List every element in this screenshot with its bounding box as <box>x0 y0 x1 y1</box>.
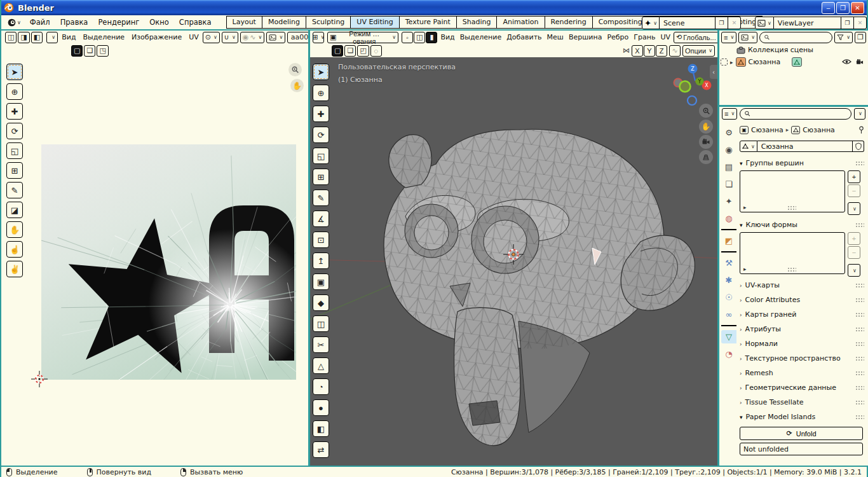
mode-dropdown[interactable]: ▣ Режим …ования ∨ <box>327 32 398 43</box>
menu-item[interactable]: Рендеринг <box>98 18 139 27</box>
pin-icon[interactable] <box>858 126 864 134</box>
scene-name-field[interactable]: Scene <box>660 17 715 29</box>
uv-menu-item[interactable]: Вид <box>62 33 76 41</box>
uv-select-vertex[interactable]: ▢ <box>71 45 83 57</box>
viewport-zoom-button[interactable] <box>699 104 713 118</box>
properties-options-dropdown[interactable]: ∨ <box>854 108 865 120</box>
panel-grip[interactable] <box>855 161 864 165</box>
collapsed-panel[interactable]: › Remesh <box>738 366 865 380</box>
uv-tool-pinch[interactable]: ✌ <box>6 261 23 277</box>
panel-grip[interactable] <box>855 283 864 287</box>
unfold-button[interactable]: ⟳ Unfold <box>740 427 863 440</box>
collapsed-panel[interactable]: › Карты граней <box>738 307 865 322</box>
uv-tool-annotate[interactable]: ✎ <box>6 182 23 198</box>
tab-constraints[interactable]: ∞ <box>721 308 736 321</box>
panel-grip[interactable] <box>855 356 864 361</box>
panel-grip[interactable] <box>855 223 864 227</box>
tab-data[interactable]: ▽ <box>721 330 736 343</box>
uv-tool-cursor-2d[interactable]: ⊕ <box>6 83 23 100</box>
mode-face[interactable]: ▮ <box>426 32 437 43</box>
vertex-group-remove-button[interactable]: − <box>848 184 860 197</box>
collapsed-panel[interactable]: › Нормали <box>738 336 865 351</box>
viewport-camera-button[interactable] <box>699 135 713 149</box>
viewport-pan-button[interactable]: ✋ <box>699 120 713 134</box>
uv-tool-move[interactable]: ✚ <box>6 103 23 120</box>
menu-item[interactable]: Справка <box>179 18 212 27</box>
panel-grip[interactable] <box>855 327 864 331</box>
vp-tool-spin[interactable]: ◔ <box>313 378 329 395</box>
vp-tool-smooth[interactable]: ● <box>313 399 329 416</box>
uv-menu-item[interactable]: Изображение <box>132 33 182 41</box>
image-browse-dropdown[interactable]: ∨ <box>266 32 285 43</box>
select-lasso[interactable]: ◰ <box>357 45 369 57</box>
tab-object[interactable]: ◩ <box>721 234 736 247</box>
viewport-menu-item[interactable]: Вид <box>440 33 454 41</box>
fake-user-shield-button[interactable] <box>853 141 864 152</box>
viewport-menu-item[interactable]: UV <box>660 33 670 41</box>
viewport-menu-item[interactable]: Ребро <box>607 33 628 41</box>
tab-output[interactable]: ▤ <box>721 160 736 174</box>
menu-item[interactable]: Правка <box>60 18 88 27</box>
sidebar-toggle[interactable]: ‹ <box>710 65 717 79</box>
vp-tool-measure[interactable]: ∡ <box>313 211 329 227</box>
panel-grip[interactable] <box>855 415 864 419</box>
menu-item[interactable]: Окно <box>149 18 169 27</box>
panel-grip[interactable] <box>855 342 864 346</box>
vp-tool-loop-cut[interactable]: ◫ <box>313 315 329 332</box>
collapsed-panel[interactable]: › Текстурное пространство <box>738 351 865 366</box>
uv-menu-item[interactable]: UV <box>189 33 199 41</box>
tab-modifiers[interactable]: ⚒ <box>721 256 736 270</box>
vertex-groups-list[interactable]: ▸ <box>740 170 845 212</box>
vp-tool-knife[interactable]: ✂ <box>313 336 329 353</box>
tab-material[interactable]: ◔ <box>721 347 736 361</box>
uv-tool-rotate[interactable]: ⟳ <box>6 123 23 139</box>
mirror-y-button[interactable]: Y <box>644 45 655 57</box>
workspace-tab[interactable]: Layout <box>226 16 262 29</box>
breadcrumb-data-label[interactable]: Сюзанна <box>803 126 835 134</box>
uv-tool-grab[interactable]: ✋ <box>6 221 23 238</box>
uv-snap-dropdown[interactable]: ∪∨ <box>222 32 238 43</box>
scene-unlink-button[interactable]: ✕ <box>728 17 741 29</box>
workspace-tab[interactable]: UV Editing <box>350 16 399 29</box>
scene-copy-button[interactable]: ❐ <box>715 17 728 29</box>
viewport-menu-item[interactable]: Выделение <box>460 33 502 41</box>
disable-render-icon[interactable] <box>855 59 864 66</box>
workspace-tab[interactable]: Compositing <box>592 16 649 29</box>
workspace-tab[interactable]: Rendering <box>545 16 593 29</box>
menu-item[interactable]: Файл <box>30 18 50 27</box>
area-option-1[interactable]: ◫ <box>5 32 17 43</box>
vp-tool-extrude-region[interactable]: ↥ <box>313 252 329 269</box>
window-restore-button[interactable]: ❐ <box>836 2 850 14</box>
options-dropdown[interactable]: Опции∨ <box>682 45 715 57</box>
object-row[interactable]: ▸ Сюзанна <box>719 56 868 68</box>
tab-scene[interactable]: ✦ <box>721 195 736 208</box>
view-layer-type-dropdown[interactable]: ∨ <box>755 17 774 29</box>
area-splitter-left[interactable] <box>308 31 310 466</box>
workspace-tab[interactable]: Modeling <box>262 16 306 29</box>
uv-tool-scale[interactable]: ◱ <box>6 142 23 159</box>
viewport-menu-item[interactable]: Грань <box>634 33 655 41</box>
view-layer-remove-button[interactable]: ✕ <box>854 17 867 29</box>
panel-grip[interactable] <box>855 400 864 404</box>
vp-tool-shear[interactable]: ⇄ <box>313 441 329 458</box>
vp-tool-move[interactable]: ✚ <box>313 106 329 122</box>
select-circle[interactable]: ◌ <box>370 45 382 57</box>
mesh-name-field[interactable]: Сюзанна <box>757 141 853 152</box>
viewport-menu-item[interactable]: Добавить <box>506 33 541 41</box>
workspace-tab[interactable]: Shading <box>456 16 498 29</box>
vp-tool-add-cube[interactable]: ⊡ <box>313 232 329 248</box>
window-close-button[interactable]: ✕ <box>851 2 864 14</box>
viewport-editor-type-dropdown[interactable]: ⊞∨ <box>313 32 324 43</box>
scene-type-dropdown[interactable]: ✦ ∨ <box>642 17 660 29</box>
panel-paper-model-isl[interactable]: ▾ Paper Model Islands <box>738 410 865 424</box>
uv-zoom-button[interactable] <box>288 63 302 76</box>
view-layer-name-field[interactable]: ViewLayer <box>774 17 841 29</box>
tab-world[interactable]: ◍ <box>721 212 736 225</box>
shape-key-specials-dropdown[interactable]: ∨ <box>848 264 860 277</box>
uv-2d-cursor[interactable] <box>30 370 49 389</box>
breadcrumb-data-icon[interactable] <box>791 126 800 134</box>
window-minimize-button[interactable]: – <box>822 2 835 14</box>
panel-grip[interactable] <box>855 371 864 375</box>
shape-keys-list[interactable]: ▸ <box>740 232 845 274</box>
mesh-browse-dropdown[interactable]: ∨ <box>740 141 757 152</box>
